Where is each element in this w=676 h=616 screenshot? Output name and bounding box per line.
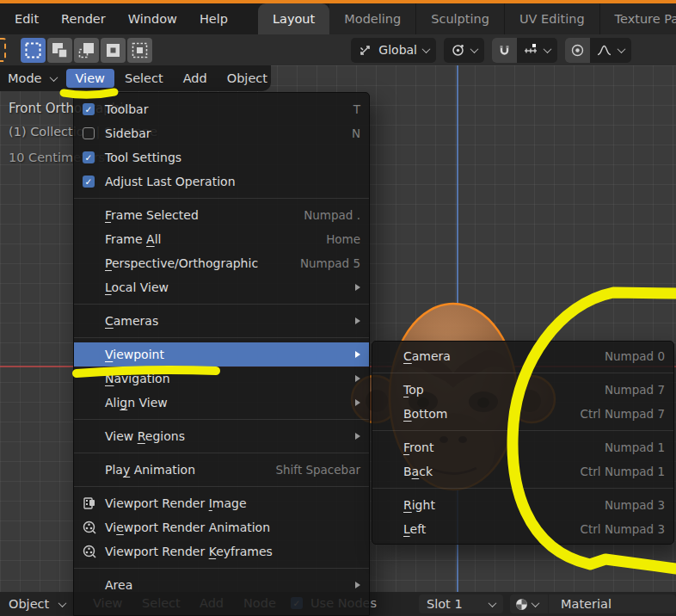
workspace-tabs: LayoutModelingSculptingUV EditingTexture… (258, 3, 676, 34)
menu-item-shortcut: Numpad 5 (300, 256, 360, 270)
checkbox: ✓ (83, 151, 95, 163)
menu-item-area[interactable]: Area (74, 573, 369, 597)
menu-item-cameras[interactable]: Cameras (74, 309, 369, 333)
slot-dropdown[interactable]: Slot 1 (419, 594, 503, 613)
menu-item-label: View Regions (105, 429, 345, 443)
menu-item-label: Area (105, 578, 345, 592)
menu-item-camera[interactable]: CameraNumpad 0 (372, 344, 673, 368)
menu-item-front[interactable]: FrontNumpad 1 (372, 435, 673, 459)
viewport-menu-view[interactable]: View (66, 69, 114, 88)
menu-item-tool-settings[interactable]: ✓Tool Settings (74, 145, 369, 169)
app-menu-edit[interactable]: Edit (3, 3, 50, 34)
material-browse-button[interactable] (510, 594, 548, 613)
viewport-header: Mode ViewSelectAddObject (0, 65, 271, 91)
menu-item-sidebar[interactable]: SidebarN (74, 121, 369, 145)
select-box-set-button[interactable] (21, 38, 46, 63)
menu-item-perspective-orthographic[interactable]: Perspective/OrthographicNumpad 5 (74, 251, 369, 275)
app-menu-help[interactable]: Help (188, 3, 239, 34)
3d-viewport[interactable]: Front Orthographic (1) Collection | Suza… (0, 65, 676, 616)
tab-uv-editing[interactable]: UV Editing (505, 3, 600, 34)
menu-item-viewport-render-image[interactable]: Viewport Render Image (74, 491, 369, 515)
menu-item-align-view[interactable]: Align View (74, 391, 369, 415)
viewpoint-submenu-dropdown: CameraNumpad 0TopNumpad 7BottomCtrl Nump… (372, 341, 674, 545)
mode-dropdown[interactable]: Mode (0, 71, 65, 85)
menu-item-viewport-render-keyframes[interactable]: Viewport Render Keyframes (74, 539, 369, 564)
menu-item-bottom[interactable]: BottomCtrl Numpad 7 (372, 402, 673, 426)
menu-separator (74, 198, 369, 199)
pivot-point-dropdown[interactable] (444, 38, 484, 63)
menu-item-back[interactable]: BackCtrl Numpad 1 (372, 459, 673, 484)
submenu-arrow-icon (355, 433, 360, 440)
menu-item-right[interactable]: RightNumpad 3 (372, 493, 673, 517)
chevron-down-icon (470, 45, 479, 53)
menu-item-label: Camera (403, 349, 594, 363)
viewport-menus: ViewSelectAddObject (65, 69, 277, 88)
menu-item-label: Align View (105, 396, 345, 410)
tab-texture-paint[interactable]: Texture Paint (600, 3, 676, 34)
tab-layout[interactable]: Layout (258, 3, 329, 34)
chevron-down-icon (422, 45, 431, 53)
render-image-icon (83, 496, 105, 510)
menu-item-toolbar[interactable]: ✓ToolbarT (74, 97, 369, 121)
falloff-curve-icon[interactable] (596, 43, 612, 58)
snap-target-icon[interactable] (523, 43, 538, 58)
menu-item-shortcut: Numpad 0 (605, 349, 665, 363)
orientation-dropdown[interactable]: Global (351, 38, 436, 63)
mode-label: Mode (8, 71, 42, 85)
menu-item-navigation[interactable]: Navigation (74, 367, 369, 391)
pivot-point-icon (451, 43, 465, 58)
top-menu-bar: EditRenderWindowHelp LayoutModelingSculp… (0, 3, 676, 34)
app-menu-render[interactable]: Render (50, 3, 117, 34)
snap-toggle[interactable] (492, 38, 517, 63)
menu-item-frame-all[interactable]: Frame AllHome (74, 227, 369, 251)
select-box-intersect-button[interactable] (127, 38, 152, 63)
menu-item-view-regions[interactable]: View Regions (74, 424, 369, 448)
menu-item-shortcut: Ctrl Numpad 3 (581, 522, 665, 536)
select-box-subtract-icon (78, 42, 95, 59)
shader-type-dropdown[interactable]: Object (0, 597, 65, 611)
menu-item-viewpoint[interactable]: Viewpoint (74, 342, 369, 367)
submenu-arrow-icon (355, 399, 360, 406)
menu-separator (74, 568, 369, 569)
proportional-edit-toggle[interactable] (565, 38, 590, 63)
select-box-subtract-button[interactable] (74, 38, 99, 63)
app-menu-window[interactable]: Window (117, 3, 188, 34)
tab-sculpting[interactable]: Sculpting (416, 3, 505, 34)
viewport-menu-add[interactable]: Add (174, 69, 217, 88)
menu-item-left[interactable]: LeftCtrl Numpad 3 (372, 517, 673, 541)
menu-item-label: Top (403, 383, 594, 397)
magnet-snap-icon (497, 43, 512, 58)
select-box-set-icon (25, 42, 41, 59)
material-name: Material (561, 597, 611, 611)
menu-item-local-view[interactable]: Local View (74, 275, 369, 299)
active-tool-icon[interactable] (0, 38, 6, 62)
menu-item-viewport-render-animation[interactable]: Viewport Render Animation (74, 515, 369, 539)
menu-item-label: Back (403, 465, 570, 478)
submenu-arrow-icon (355, 582, 360, 588)
menu-item-label: Viewport Render Keyframes (105, 545, 360, 558)
app-menus: EditRenderWindowHelp (0, 3, 239, 34)
viewport-menu-select[interactable]: Select (115, 69, 173, 88)
tab-modeling[interactable]: Modeling (329, 3, 416, 34)
menu-item-frame-selected[interactable]: Frame SelectedNumpad . (74, 203, 369, 227)
menu-item-label: Viewport Render Animation (105, 521, 360, 534)
material-name-field[interactable]: Material (549, 594, 676, 613)
menu-item-shortcut: Home (326, 232, 360, 246)
menu-item-play-animation[interactable]: Play AnimationShift Spacebar (74, 458, 369, 482)
menu-separator (74, 453, 369, 453)
menu-item-shortcut: Numpad . (304, 208, 360, 222)
menu-item-adjust-last-operation[interactable]: ✓Adjust Last Operation (74, 169, 369, 194)
orientation-label: Global (378, 43, 417, 57)
select-box-invert-button[interactable] (101, 38, 126, 63)
chevron-down-icon (618, 45, 626, 53)
menu-item-label: Front (403, 440, 594, 454)
proportional-edit-controls (565, 38, 631, 63)
select-box-intersect-icon (132, 42, 148, 59)
submenu-arrow-icon (355, 317, 360, 324)
menu-item-top[interactable]: TopNumpad 7 (372, 378, 673, 402)
menu-separator (74, 486, 369, 487)
menu-item-shortcut: Numpad 7 (605, 383, 665, 397)
viewport-menu-object[interactable]: Object (218, 69, 277, 88)
chevron-down-icon (58, 599, 67, 607)
select-box-extend-button[interactable] (47, 38, 72, 63)
